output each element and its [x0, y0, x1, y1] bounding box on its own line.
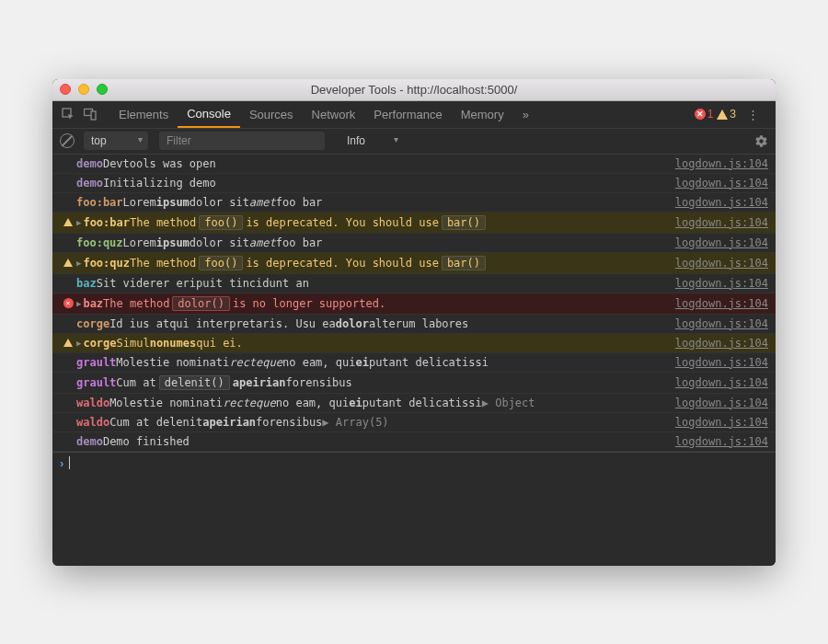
object-expand[interactable]: ▶ Object — [482, 397, 535, 409]
expand-arrow-icon[interactable]: ▶ — [76, 218, 81, 227]
filter-placeholder: Filter — [167, 134, 191, 147]
source-link[interactable]: logdown.js:104 — [675, 317, 768, 330]
source-link[interactable]: logdown.js:104 — [675, 356, 768, 369]
log-row[interactable]: baz Sit viderer eripuit tincidunt anlogd… — [52, 274, 776, 293]
source-link[interactable]: logdown.js:104 — [675, 157, 768, 170]
log-message: ▶foo:bar The method foo() is deprecated.… — [76, 215, 668, 230]
source-link[interactable]: logdown.js:104 — [675, 257, 768, 270]
log-text: apeirian — [202, 416, 256, 429]
log-row[interactable]: waldo Molestie nominati recteque no eam,… — [52, 394, 776, 413]
log-namespace: grault — [76, 376, 116, 389]
log-text: is deprecated. You should use — [246, 257, 439, 270]
log-row[interactable]: ✕▶baz The method dolor() is no longer su… — [52, 293, 776, 315]
log-namespace: baz — [76, 277, 97, 290]
source-link[interactable]: logdown.js:104 — [675, 277, 768, 290]
source-link[interactable]: logdown.js:104 — [675, 337, 768, 350]
source-link[interactable]: logdown.js:104 — [675, 435, 768, 448]
source-link[interactable]: logdown.js:104 — [675, 236, 768, 249]
filter-input[interactable]: Filter — [159, 132, 325, 150]
panel-tabs: Elements Console Sources Network Perform… — [109, 100, 538, 128]
log-text: dolor — [336, 317, 369, 330]
log-text: Simul — [117, 337, 150, 350]
log-row[interactable]: foo:quz Lorem ipsum dolor sit amet foo b… — [52, 234, 776, 253]
log-row[interactable]: ▶foo:quz The method foo() is deprecated.… — [52, 253, 776, 274]
log-row[interactable]: demo Initializing demologdown.js:104 — [52, 174, 776, 193]
source-link[interactable]: logdown.js:104 — [675, 297, 768, 310]
expand-arrow-icon[interactable]: ▶ — [76, 299, 81, 308]
tab-memory[interactable]: Memory — [452, 100, 513, 128]
log-row[interactable]: waldo Cum at delenit apeirian forensibus… — [52, 413, 776, 432]
tab-network[interactable]: Network — [303, 100, 365, 128]
log-namespace: corge — [83, 337, 116, 350]
log-message: grault Cum at delenit() apeirian forensi… — [76, 375, 668, 390]
expand-arrow-icon[interactable]: ▶ — [76, 339, 81, 348]
log-row[interactable]: grault Molestie nominati recteque no eam… — [52, 353, 776, 373]
log-text: apeirian — [233, 376, 286, 389]
log-namespace: corge — [76, 317, 109, 330]
tab-overflow[interactable]: » — [513, 100, 538, 128]
log-row[interactable]: ▶foo:bar The method foo() is deprecated.… — [52, 213, 776, 234]
log-text: is deprecated. You should use — [246, 216, 439, 229]
tab-elements[interactable]: Elements — [109, 100, 178, 128]
log-text: foo() — [199, 256, 243, 270]
log-text: foo bar — [276, 236, 323, 249]
log-message: ▶foo:quz The method foo() is deprecated.… — [76, 256, 668, 270]
log-text: ei — [349, 397, 362, 409]
console-filterbar: top Filter Info — [52, 129, 776, 155]
log-text: forensibus — [286, 376, 352, 389]
error-icon: ✕ — [695, 109, 706, 120]
log-namespace: waldo — [76, 416, 109, 429]
clear-console-icon[interactable] — [60, 133, 75, 148]
tab-performance[interactable]: Performance — [364, 100, 451, 128]
log-text: dolor sit — [190, 236, 249, 249]
log-text: bar() — [442, 215, 486, 230]
log-row[interactable]: corge Id ius atqui interpretaris. Usu ea… — [52, 315, 776, 334]
source-link[interactable]: logdown.js:104 — [675, 376, 768, 389]
context-select[interactable]: top — [84, 132, 148, 150]
log-namespace: demo — [76, 435, 103, 448]
log-namespace: grault — [76, 356, 116, 369]
error-counter[interactable]: ✕ 1 — [695, 108, 714, 121]
log-row[interactable]: grault Cum at delenit() apeirian forensi… — [52, 373, 776, 394]
console-settings-icon[interactable] — [754, 134, 768, 148]
object-expand[interactable]: ▶ Array(5) — [322, 416, 388, 429]
log-text: ipsum — [156, 196, 190, 209]
inspect-element-icon[interactable] — [60, 106, 76, 122]
log-text: amet — [249, 236, 276, 249]
log-text: no eam, qui — [276, 397, 349, 409]
expand-arrow-icon[interactable]: ▶ — [76, 259, 81, 268]
log-row[interactable]: demo Devtools was openlogdown.js:104 — [52, 155, 776, 174]
log-namespace: demo — [76, 157, 103, 170]
log-text: Molestie nominati — [109, 397, 223, 409]
warning-icon — [60, 339, 76, 347]
source-link[interactable]: logdown.js:104 — [675, 416, 768, 429]
context-value: top — [91, 134, 107, 147]
log-level-select[interactable]: Info — [339, 132, 404, 150]
log-namespace: waldo — [76, 397, 109, 409]
warning-counter[interactable]: 3 — [717, 108, 736, 121]
device-toolbar-icon[interactable] — [82, 106, 98, 122]
source-link[interactable]: logdown.js:104 — [675, 216, 768, 229]
log-text: nonumes — [150, 337, 197, 350]
log-text: The method — [130, 216, 196, 229]
source-link[interactable]: logdown.js:104 — [675, 177, 768, 190]
log-row[interactable]: foo:bar Lorem ipsum dolor sit amet foo b… — [52, 193, 776, 213]
log-text: Devtools was open — [103, 157, 216, 170]
console-prompt[interactable]: › — [52, 452, 776, 474]
prompt-chevron-icon: › — [60, 456, 63, 470]
tab-sources[interactable]: Sources — [240, 100, 303, 128]
source-link[interactable]: logdown.js:104 — [675, 397, 768, 409]
log-text: dolor() — [172, 296, 230, 311]
status-counters[interactable]: ✕ 1 3 — [695, 108, 736, 121]
kebab-menu-icon[interactable]: ⋮ — [747, 108, 761, 121]
log-message: ▶corge Simul nonumes qui ei. — [76, 337, 668, 350]
log-text: ipsum — [156, 236, 190, 249]
log-text: forensibus — [256, 416, 322, 429]
source-link[interactable]: logdown.js:104 — [675, 196, 768, 209]
log-message: demo Demo finished — [76, 435, 668, 448]
log-row[interactable]: demo Demo finishedlogdown.js:104 — [52, 432, 776, 452]
log-row[interactable]: ▶corge Simul nonumes qui ei.logdown.js:1… — [52, 334, 776, 353]
log-text: Lorem — [123, 236, 156, 249]
log-message: corge Id ius atqui interpretaris. Usu ea… — [76, 317, 668, 330]
tab-console[interactable]: Console — [178, 100, 240, 128]
